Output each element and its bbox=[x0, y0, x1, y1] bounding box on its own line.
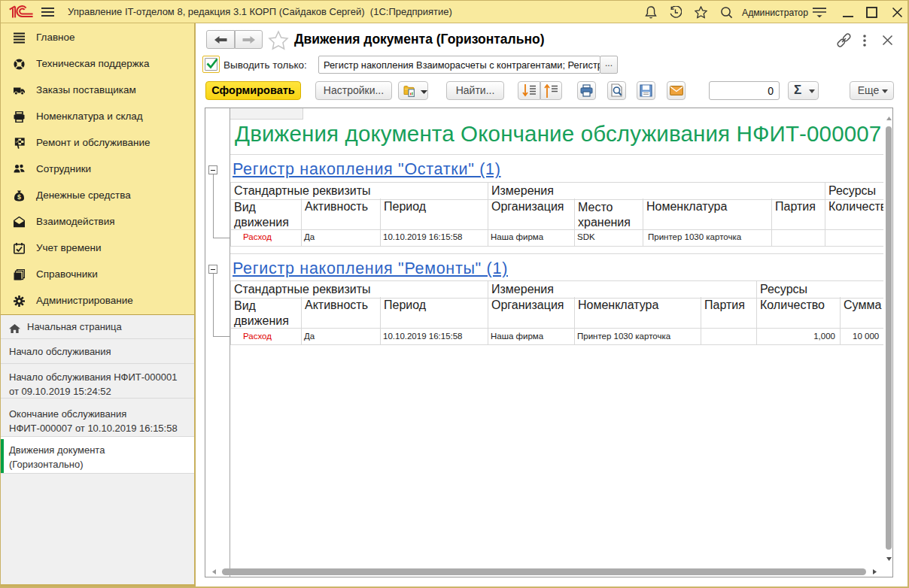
svg-text:$: $ bbox=[17, 193, 21, 201]
